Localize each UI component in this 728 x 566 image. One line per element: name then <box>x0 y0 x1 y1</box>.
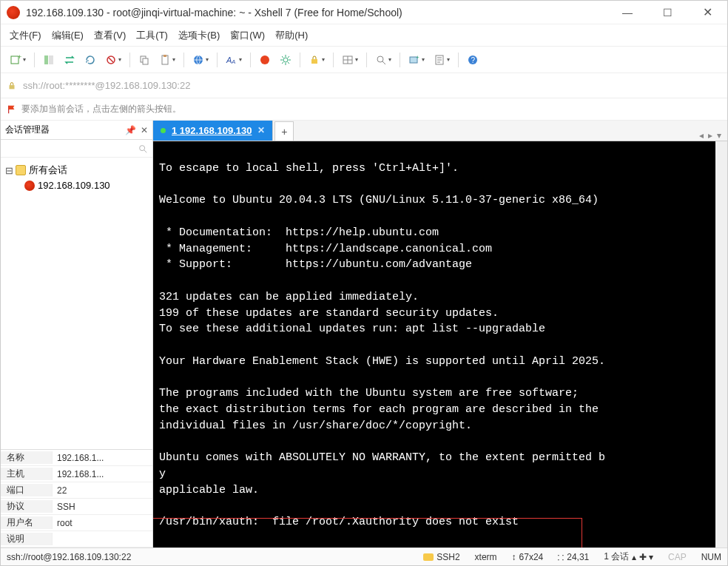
help-button[interactable]: ? <box>464 52 482 68</box>
svg-text:A: A <box>231 58 235 65</box>
menu-edit[interactable]: 编辑(E) <box>52 29 84 42</box>
menu-tools[interactable]: 工具(T) <box>136 29 168 42</box>
content-area: 1 192.168.109.130 ✕ + ◂ ▸ ▾ To escape to… <box>153 121 727 548</box>
sidebar-tree: ⊟ 所有会话 192.168.109.130 <box>1 158 152 449</box>
lock-icon <box>7 81 17 91</box>
add-button[interactable]: +▾ <box>405 52 428 68</box>
session-icon <box>24 181 35 191</box>
tab-session[interactable]: 1 192.168.109.130 ✕ <box>153 121 273 141</box>
pin-icon[interactable]: 📌 <box>125 125 136 135</box>
tree-node-session[interactable]: 192.168.109.130 <box>4 178 149 192</box>
flag-icon <box>7 104 17 115</box>
svg-rect-14 <box>311 59 317 64</box>
svg-rect-6 <box>143 58 148 64</box>
tab-row: 1 192.168.109.130 ✕ + ◂ ▸ ▾ <box>153 121 727 141</box>
svg-rect-22 <box>10 85 15 89</box>
status-dot-icon <box>161 128 166 133</box>
script-button[interactable]: ▾ <box>431 52 453 68</box>
statusbar: ssh://root@192.168.109.130:22 SSH2 xterm… <box>1 548 727 565</box>
tab-prev-icon[interactable]: ◂ <box>699 130 704 141</box>
tab-nav: ◂ ▸ ▾ <box>699 130 727 141</box>
svg-point-16 <box>377 56 383 62</box>
sidebar-close-icon[interactable]: ✕ <box>141 125 148 135</box>
ssh-icon <box>423 553 434 561</box>
status-num: NUM <box>701 552 721 562</box>
prop-row: 协议SSH <box>1 499 152 515</box>
status-address: ssh://root@192.168.109.130:22 <box>7 552 131 562</box>
prop-row: 说明 <box>1 531 152 548</box>
xshell-icon-button[interactable] <box>256 52 274 68</box>
close-button[interactable]: ✕ <box>696 1 718 24</box>
tab-add-button[interactable]: + <box>274 121 294 141</box>
window-buttons: — ☐ ✕ <box>616 1 721 24</box>
menu-help[interactable]: 帮助(H) <box>275 29 308 42</box>
menu-file[interactable]: 文件(F) <box>10 29 41 42</box>
svg-point-23 <box>140 145 145 150</box>
layout-button[interactable]: ▾ <box>339 52 361 68</box>
terminal[interactable]: To escape to local shell, press 'Ctrl+Al… <box>153 141 727 548</box>
tree-root-label: 所有会话 <box>29 164 67 177</box>
minimize-button[interactable]: — <box>616 1 638 24</box>
svg-text:+: + <box>18 54 21 61</box>
prop-row: 主机192.168.1... <box>1 466 152 482</box>
find-button[interactable]: ▾ <box>372 52 394 68</box>
svg-point-13 <box>283 58 288 62</box>
tab-next-icon[interactable]: ▸ <box>708 130 712 141</box>
svg-text:?: ? <box>471 56 476 64</box>
gear-button[interactable] <box>277 52 294 68</box>
globe-button[interactable]: ▾ <box>189 52 212 68</box>
status-sessions[interactable]: 1 会话 ▴ ✚ ▾ <box>604 550 653 563</box>
tab-label: 1 192.168.109.130 <box>172 125 252 136</box>
window-title: 192.168.109.130 - root@jinqi-virtual-mac… <box>26 7 616 18</box>
disconnect-button[interactable]: ▾ <box>102 52 124 68</box>
sessions-panel-button[interactable] <box>40 52 58 68</box>
status-protocol: SSH2 <box>423 552 459 562</box>
svg-rect-8 <box>164 55 166 57</box>
toolbar: +▾ ▾ ▾ ▾ AA▾ ▾ ▾ ▾ +▾ ▾ ? <box>1 47 727 73</box>
tree-root[interactable]: ⊟ 所有会话 <box>4 162 149 178</box>
menubar: 文件(F) 编辑(E) 查看(V) 工具(T) 选项卡(B) 窗口(W) 帮助(… <box>1 24 727 47</box>
sidebar-search[interactable] <box>1 140 152 158</box>
font-button[interactable]: AA▾ <box>223 52 245 68</box>
reconnect-button[interactable] <box>81 52 99 68</box>
tab-menu-icon[interactable]: ▾ <box>717 130 721 141</box>
copy-button[interactable] <box>135 52 153 68</box>
sidebar-header: 会话管理器 📌 ✕ <box>1 121 152 140</box>
menu-window[interactable]: 窗口(W) <box>230 29 265 42</box>
app-icon <box>7 6 20 19</box>
menu-view[interactable]: 查看(V) <box>94 29 126 42</box>
prop-row: 用户名root <box>1 515 152 531</box>
svg-rect-2 <box>44 55 48 64</box>
status-pos: ⸬ 24,31 <box>558 552 589 562</box>
prop-row: 端口22 <box>1 482 152 499</box>
hint-text: 要添加当前会话，点击左侧的箭头按钮。 <box>21 103 181 115</box>
status-size: ↕ 67x24 <box>512 552 544 562</box>
prop-row: 名称192.168.1... <box>1 450 152 466</box>
svg-text:+: + <box>416 54 419 61</box>
tree-node-label: 192.168.109.130 <box>38 180 110 191</box>
address-text: ssh://root:********@192.168.109.130:22 <box>23 80 190 91</box>
main-area: 会话管理器 📌 ✕ ⊟ 所有会话 192.168.109.130 名称192.1… <box>1 121 727 548</box>
folder-icon <box>16 165 26 175</box>
addressbar[interactable]: ssh://root:********@192.168.109.130:22 <box>1 73 727 98</box>
hintbar: 要添加当前会话，点击左侧的箭头按钮。 <box>1 98 727 121</box>
tree-toggle-icon[interactable]: ⊟ <box>5 165 13 176</box>
transfer-button[interactable] <box>61 52 78 68</box>
sidebar-title: 会话管理器 <box>5 124 50 136</box>
paste-button[interactable]: ▾ <box>156 52 178 68</box>
lock-button[interactable]: ▾ <box>306 52 328 68</box>
svg-rect-3 <box>49 55 53 64</box>
tab-close-icon[interactable]: ✕ <box>257 125 265 135</box>
titlebar: 192.168.109.130 - root@jinqi-virtual-mac… <box>1 1 727 24</box>
new-session-button[interactable]: +▾ <box>7 52 29 68</box>
maximize-button[interactable]: ☐ <box>656 1 678 24</box>
status-cap: CAP <box>668 552 687 562</box>
svg-point-12 <box>260 55 269 64</box>
sidebar-properties: 名称192.168.1... 主机192.168.1... 端口22 协议SSH… <box>1 449 152 548</box>
search-icon <box>138 144 148 154</box>
status-term: xterm <box>475 552 497 562</box>
terminal-scrollbar[interactable] <box>715 141 727 548</box>
menu-tabs[interactable]: 选项卡(B) <box>178 29 220 42</box>
sidebar: 会话管理器 📌 ✕ ⊟ 所有会话 192.168.109.130 名称192.1… <box>1 121 153 548</box>
